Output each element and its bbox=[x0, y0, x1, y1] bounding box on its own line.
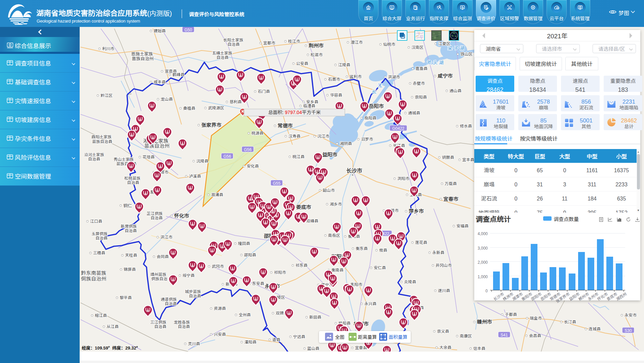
svg-text:岳阳县: 岳阳县 bbox=[364, 115, 376, 120]
svg-text:石门县: 石门县 bbox=[258, 88, 270, 94]
svg-text:松滋市: 松滋市 bbox=[311, 51, 323, 57]
svg-text:自治县: 自治县 bbox=[228, 41, 240, 47]
svg-text:武陵源区: 武陵源区 bbox=[208, 105, 224, 110]
svg-text:总面积: 9797.04平方千米: 总面积: 9797.04平方千米 bbox=[268, 109, 321, 115]
svg-text:江: 江 bbox=[378, 82, 383, 88]
svg-text:湘乡市: 湘乡市 bbox=[330, 201, 342, 207]
svg-text:永安市: 永安市 bbox=[625, 312, 637, 318]
svg-text:建始县: 建始县 bbox=[154, 28, 166, 33]
svg-text:于都县: 于都县 bbox=[505, 311, 517, 317]
svg-text:自治县: 自治县 bbox=[165, 300, 177, 306]
svg-text:自治县: 自治县 bbox=[154, 323, 166, 329]
svg-text:南康区: 南康区 bbox=[460, 333, 472, 338]
svg-text:长: 长 bbox=[372, 88, 376, 95]
svg-text:溆浦县: 溆浦县 bbox=[211, 191, 223, 197]
svg-text:赤壁市: 赤壁市 bbox=[413, 80, 425, 86]
svg-text:潜江市: 潜江市 bbox=[351, 39, 363, 45]
svg-text:益阳市: 益阳市 bbox=[322, 151, 337, 158]
svg-text:自治县: 自治县 bbox=[216, 54, 229, 60]
svg-text:浏阳市: 浏阳市 bbox=[397, 175, 409, 181]
svg-text:岳阳市: 岳阳市 bbox=[369, 102, 384, 109]
svg-text:龙山县: 龙山县 bbox=[161, 96, 173, 102]
svg-text:瑞金市: 瑞金市 bbox=[530, 315, 542, 321]
svg-text:华容县: 华容县 bbox=[330, 92, 342, 98]
svg-text:邵阳县: 邵阳县 bbox=[244, 252, 256, 257]
svg-text:南岳区: 南岳区 bbox=[328, 232, 340, 238]
svg-text:自治县: 自治县 bbox=[88, 156, 100, 161]
svg-text:洪江市: 洪江市 bbox=[160, 234, 172, 240]
svg-text:道县: 道县 bbox=[272, 336, 280, 342]
svg-text:斧 头 湖: 斧 头 湖 bbox=[427, 59, 444, 66]
svg-text:汉南区: 汉南区 bbox=[411, 44, 424, 50]
svg-text:祁阳市: 祁阳市 bbox=[274, 269, 286, 275]
svg-text:桑植县: 桑植县 bbox=[183, 105, 195, 111]
svg-text:永新县: 永新县 bbox=[432, 249, 444, 255]
svg-text:苗族自治州: 苗族自治州 bbox=[132, 55, 154, 62]
svg-text:灌阳县: 灌阳县 bbox=[244, 339, 256, 344]
svg-text:修水县: 修水县 bbox=[460, 123, 472, 129]
svg-text:自治县: 自治县 bbox=[95, 235, 108, 241]
svg-text:汉寿县: 汉寿县 bbox=[288, 133, 300, 139]
svg-text:天柱县: 天柱县 bbox=[125, 252, 137, 258]
svg-text:花垣县: 花垣县 bbox=[143, 154, 155, 159]
svg-text:S41: S41 bbox=[500, 333, 508, 337]
svg-text:怀化市: 怀化市 bbox=[174, 212, 189, 219]
svg-text:慈利县: 慈利县 bbox=[230, 99, 242, 104]
svg-text:会昌县: 会昌县 bbox=[529, 332, 541, 338]
svg-text:石首市: 石首市 bbox=[328, 76, 340, 82]
svg-text:张家界市: 张家界市 bbox=[201, 121, 222, 128]
svg-text:新田县: 新田县 bbox=[309, 314, 321, 320]
svg-text:G0422: G0422 bbox=[392, 126, 404, 131]
svg-text:咸宁市: 咸宁市 bbox=[438, 72, 453, 79]
svg-text:自治县: 自治县 bbox=[189, 293, 201, 298]
svg-text:长汀县: 长汀县 bbox=[564, 319, 576, 324]
svg-text:G56: G56 bbox=[224, 154, 231, 159]
svg-text:咸丰县: 咸丰县 bbox=[154, 79, 166, 84]
svg-text:自治县: 自治县 bbox=[125, 227, 137, 233]
svg-text:榕江县: 榕江县 bbox=[95, 312, 107, 318]
svg-text:G55: G55 bbox=[273, 181, 281, 186]
svg-text:遂川县: 遂川县 bbox=[438, 287, 450, 293]
svg-text:娄底市: 娄底市 bbox=[296, 203, 311, 210]
svg-text:宜春市: 宜春市 bbox=[443, 195, 458, 202]
svg-text:梁 子 湖: 梁 子 湖 bbox=[448, 44, 465, 51]
svg-text:韶山市: 韶山市 bbox=[323, 187, 335, 193]
svg-text:沅江市: 沅江市 bbox=[317, 133, 329, 139]
svg-text:洪湖市: 洪湖市 bbox=[388, 74, 400, 79]
svg-text:三穗县: 三穗县 bbox=[93, 250, 105, 255]
svg-text:苗族自治县: 苗族自治县 bbox=[92, 138, 112, 144]
svg-text:公安县: 公安县 bbox=[296, 60, 308, 66]
svg-text:崇义县: 崇义县 bbox=[437, 328, 449, 334]
svg-text:安仁县: 安仁县 bbox=[374, 264, 386, 270]
svg-text:蓝山县: 蓝山县 bbox=[307, 345, 319, 351]
svg-text:锦屏县: 锦屏县 bbox=[124, 266, 136, 272]
svg-text:荆州市: 荆州市 bbox=[309, 42, 324, 49]
svg-text:泸溪县: 泸溪县 bbox=[189, 173, 201, 179]
svg-text:仙桃市: 仙桃市 bbox=[383, 41, 395, 47]
svg-text:绥宁县: 绥宁县 bbox=[183, 272, 195, 278]
svg-text:嘉鱼县: 嘉鱼县 bbox=[415, 65, 428, 71]
svg-text:宜丰县: 宜丰县 bbox=[462, 156, 474, 162]
svg-text:永兴县: 永兴县 bbox=[364, 300, 376, 306]
svg-text:S30: S30 bbox=[625, 328, 632, 333]
svg-text:宁远县: 宁远县 bbox=[293, 333, 305, 339]
svg-text:鹤峰县: 鹤峰县 bbox=[172, 71, 185, 77]
svg-text:汨罗市: 汨罗市 bbox=[361, 136, 373, 142]
svg-text:桃源县: 桃源县 bbox=[251, 130, 264, 136]
svg-text:自治县: 自治县 bbox=[127, 179, 139, 185]
svg-text:自治县: 自治县 bbox=[151, 215, 163, 220]
svg-text:桃江县: 桃江县 bbox=[292, 153, 305, 159]
svg-text:黎平县: 黎平县 bbox=[120, 294, 132, 300]
svg-text:攸县: 攸县 bbox=[379, 247, 387, 253]
svg-text:祁东县: 祁东县 bbox=[295, 262, 308, 268]
svg-text:江口县: 江口县 bbox=[90, 218, 102, 224]
svg-text:安福县: 安福县 bbox=[456, 223, 469, 228]
svg-text:宜都市: 宜都市 bbox=[263, 40, 275, 45]
svg-text:资源县: 资源县 bbox=[214, 305, 226, 311]
svg-text:安化县: 安化县 bbox=[247, 163, 259, 169]
svg-text:黔江区: 黔江区 bbox=[100, 92, 113, 98]
svg-text:灵川县: 灵川县 bbox=[188, 340, 200, 346]
svg-text:苗族自治州: 苗族自治州 bbox=[144, 142, 169, 149]
svg-text:大余县: 大余县 bbox=[439, 344, 451, 350]
svg-text:G50: G50 bbox=[185, 28, 192, 32]
